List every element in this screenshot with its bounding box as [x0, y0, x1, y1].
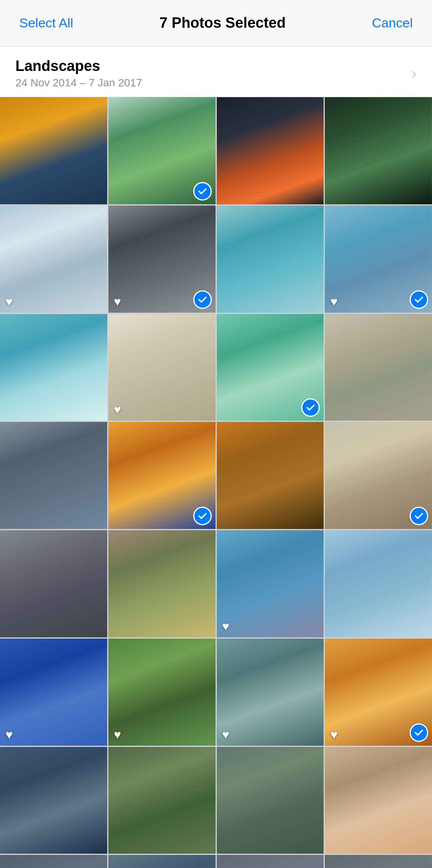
photo-cell-10[interactable]: ♥: [108, 314, 216, 421]
photo-grid: ♥♥ ♥ ♥ ♥♥♥♥♥: [0, 97, 432, 868]
album-title: Landscapes: [15, 58, 142, 74]
check-badge-24: [410, 723, 428, 742]
heart-icon-8: ♥: [330, 295, 338, 309]
photo-image-18: [108, 530, 216, 637]
cancel-button[interactable]: Cancel: [368, 12, 417, 34]
photo-cell-9[interactable]: [0, 314, 107, 421]
photo-cell-27[interactable]: [217, 747, 324, 854]
photo-cell-19[interactable]: ♥: [217, 530, 324, 637]
heart-icon-23: ♥: [222, 728, 230, 742]
photo-image-31: [217, 855, 324, 868]
photo-cell-2[interactable]: [108, 97, 216, 204]
check-badge-8: [410, 290, 428, 309]
heart-icon-21: ♥: [5, 728, 13, 742]
heart-icon-22: ♥: [114, 728, 121, 742]
heart-icon-5: ♥: [5, 295, 13, 309]
heart-icon-6: ♥: [114, 295, 121, 309]
photo-cell-18[interactable]: [108, 530, 216, 637]
photo-image-10: [108, 314, 216, 421]
album-dates: 24 Nov 2014 – 7 Jan 2017: [15, 77, 142, 89]
check-badge-14: [193, 507, 212, 525]
chevron-right-icon: ›: [412, 65, 417, 82]
photo-cell-7[interactable]: [217, 206, 324, 313]
select-all-button[interactable]: Select All: [15, 12, 77, 34]
photo-cell-32[interactable]: [325, 855, 432, 868]
photo-image-29: [0, 855, 107, 868]
photo-cell-26[interactable]: [108, 747, 216, 854]
photo-cell-23[interactable]: ♥: [217, 639, 324, 746]
photo-cell-28[interactable]: [325, 747, 432, 854]
photo-image-9: [0, 314, 107, 421]
photo-image-7: [217, 206, 324, 313]
photo-image-30: [108, 855, 216, 868]
photo-image-28: [325, 747, 432, 854]
photo-image-1: [0, 97, 107, 204]
photo-cell-29[interactable]: [0, 855, 107, 868]
photo-image-12: [325, 314, 432, 421]
selected-label: Photos Selected: [172, 15, 286, 31]
photo-image-21: [0, 639, 107, 746]
photo-cell-11[interactable]: [217, 314, 324, 421]
photo-cell-30[interactable]: [108, 855, 216, 868]
checkmark-icon: [305, 402, 316, 413]
photo-cell-31[interactable]: [217, 855, 324, 868]
photo-cell-4[interactable]: [325, 97, 432, 204]
heart-icon-19: ♥: [222, 619, 230, 634]
header-title: 7 Photos Selected: [77, 15, 368, 31]
check-badge-2: [193, 182, 212, 201]
album-info[interactable]: Landscapes 24 Nov 2014 – 7 Jan 2017 ›: [0, 46, 432, 97]
checkmark-icon: [413, 727, 424, 738]
photo-cell-8[interactable]: ♥: [325, 206, 432, 313]
photo-image-22: [108, 639, 216, 746]
photo-cell-15[interactable]: [217, 422, 324, 529]
photo-cell-17[interactable]: [0, 530, 107, 637]
checkmark-icon: [197, 294, 208, 305]
photo-image-32: [325, 855, 432, 868]
album-text: Landscapes 24 Nov 2014 – 7 Jan 2017: [15, 58, 142, 89]
photo-image-20: [325, 530, 432, 637]
selected-count: 7: [159, 15, 167, 31]
photo-cell-12[interactable]: [325, 314, 432, 421]
photo-image-19: [217, 530, 324, 637]
photo-cell-22[interactable]: ♥: [108, 639, 216, 746]
photo-cell-24[interactable]: ♥: [325, 639, 432, 746]
photo-cell-13[interactable]: [0, 422, 107, 529]
checkmark-icon: [197, 511, 208, 521]
photo-cell-5[interactable]: ♥: [0, 206, 107, 313]
photo-cell-21[interactable]: ♥: [0, 639, 107, 746]
check-badge-6: [193, 290, 212, 309]
photo-cell-3[interactable]: [217, 97, 324, 204]
checkmark-icon: [413, 511, 424, 521]
header: Select All 7 Photos Selected Cancel: [0, 0, 432, 46]
photo-image-13: [0, 422, 107, 529]
photo-image-15: [217, 422, 324, 529]
photo-image-3: [217, 97, 324, 204]
checkmark-icon: [413, 294, 424, 305]
photo-cell-25[interactable]: [0, 747, 107, 854]
photo-image-26: [108, 747, 216, 854]
photo-cell-1[interactable]: [0, 97, 107, 204]
photo-image-27: [217, 747, 324, 854]
photo-image-25: [0, 747, 107, 854]
photo-image-23: [217, 639, 324, 746]
photo-cell-6[interactable]: ♥: [108, 206, 216, 313]
photo-image-4: [325, 97, 432, 204]
heart-icon-24: ♥: [330, 728, 338, 742]
checkmark-icon: [197, 186, 208, 197]
photo-image-5: [0, 206, 107, 313]
photo-cell-16[interactable]: [325, 422, 432, 529]
check-badge-16: [410, 507, 428, 525]
photo-image-17: [0, 530, 107, 637]
heart-icon-10: ♥: [114, 403, 121, 417]
photo-cell-14[interactable]: [108, 422, 216, 529]
photo-cell-20[interactable]: [325, 530, 432, 637]
